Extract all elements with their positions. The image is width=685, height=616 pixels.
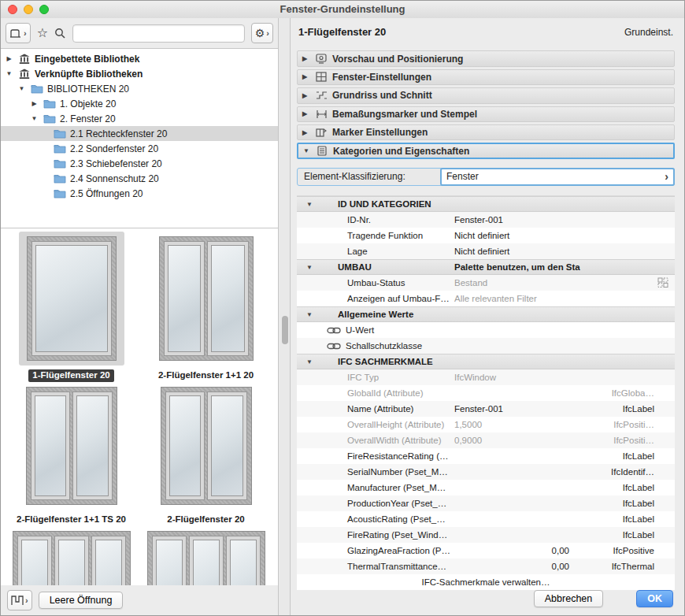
property-value[interactable]: 0,9000 [454, 436, 580, 445]
tree-item-objekte-20[interactable]: ▶ 1. Objekte 20 [1, 96, 278, 111]
tree-item-sonderfenster-20[interactable]: 2.2 Sonderfenster 20 [1, 141, 278, 156]
tree-item-verknuepfte-bibliotheken[interactable]: ▼ Verknüpfte Bibliotheken [1, 66, 278, 81]
property-value[interactable]: 0,00 [454, 562, 580, 571]
object-type-button[interactable]: › [6, 23, 31, 43]
property-group-label: ID UND KATEGORIEN [338, 199, 454, 209]
property-row-name-attribute: Name (Attribute) Fenster-001 IfcLabel [297, 401, 675, 417]
empty-opening-button[interactable]: Leere Öffnung [39, 592, 124, 609]
property-group-ifc-sachmerkmale[interactable]: ▼ IFC SACHMERKMALE [297, 354, 675, 369]
traffic-lights [8, 5, 49, 14]
property-row-overallheight: OverallHeight (Attribute) 1,5000 IfcPosi… [297, 417, 675, 432]
property-type: IfcIdentif… [580, 467, 675, 477]
section-marker-einstellungen[interactable]: ▶ Marker Einstellungen [297, 124, 675, 140]
property-group-umbau[interactable]: ▼ UMBAU Palette benutzen, um den Standar… [297, 259, 675, 275]
property-value[interactable]: Alle relevanten Filter [454, 294, 580, 303]
tree-item-label: 2.2 Sonderfenster 20 [70, 143, 158, 154]
property-label: ID-Nr. [297, 215, 454, 225]
search-icon[interactable] [54, 28, 66, 39]
section-bemassungsmarker-stempel[interactable]: ▶ Bemaßungsmarker und Stempel [297, 106, 675, 122]
property-type: IfcLabel [580, 499, 675, 508]
library-toolbar: › ☆ ⚙ › [1, 18, 278, 48]
library-item-2-fluegelfenster-20[interactable]: 2-Flügelfenster 20 [139, 382, 273, 526]
property-value[interactable]: Bestand [454, 278, 580, 288]
cancel-button[interactable]: Abbrechen [534, 590, 603, 607]
group-expander-icon[interactable]: ▼ [297, 264, 338, 271]
folder-icon [53, 188, 67, 199]
library-panel: › ☆ ⚙ › ▶ Eingebettete Bibliothek [1, 18, 278, 615]
preview-positioning-icon [315, 54, 328, 65]
tree-item-eingebettete-bibliothek[interactable]: ▶ Eingebettete Bibliothek [1, 51, 278, 66]
property-group-allgemeine-werte[interactable]: ▼ Allgemeine Werte [297, 306, 675, 322]
property-label: GlazingAreaFraction (P… [297, 546, 454, 555]
window-preview-single [27, 236, 117, 361]
property-value[interactable]: 0,00 [454, 546, 580, 555]
property-row-ifc-typ: IFC Typ IfcWindow [297, 369, 675, 385]
window-preview-wide [13, 531, 131, 585]
disclosure-triangle-icon[interactable]: ▼ [17, 85, 27, 92]
property-row-lage: Lage Nicht definiert [297, 243, 675, 259]
settings-button[interactable]: ⚙ › [251, 23, 273, 43]
section-kategorien-eigenschaften[interactable]: ▼ Kategorien und Eigenschaften [297, 143, 675, 158]
property-row-tragende-funktion: Tragende Funktion Nicht definiert [297, 228, 675, 243]
group-expander-icon[interactable]: ▼ [297, 311, 338, 318]
tree-item-schiebefenster-20[interactable]: 2.3 Schiebefenster 20 [1, 156, 278, 171]
element-classification-row: Element-Klassifizierung: Fenster › [297, 168, 675, 186]
zoom-button[interactable] [39, 5, 49, 14]
property-type: IfcLabel [580, 483, 675, 492]
section-vorschau-positionierung[interactable]: ▶ Vorschau und Positionierung [297, 50, 675, 66]
property-table: ▼ ID UND KATEGORIEN ID-Nr. Fenster-001 T… [297, 195, 675, 590]
favorites-star-icon[interactable]: ☆ [37, 27, 48, 39]
close-button[interactable] [8, 5, 17, 14]
manage-ifc-properties-link[interactable]: IFC-Sachmerkmale verwalten… [297, 574, 675, 590]
disclosure-triangle-icon[interactable]: ▼ [29, 115, 39, 122]
property-value[interactable]: Nicht definiert [454, 247, 580, 256]
property-row-serialnumber: SerialNumber (Pset_M… IfcIdentif… [297, 464, 675, 480]
disclosure-triangle-icon: ▶ [302, 73, 310, 80]
property-group-id-kategorien[interactable]: ▼ ID UND KATEGORIEN [297, 196, 675, 212]
property-value[interactable]: Fenster-001 [454, 404, 580, 414]
renovation-filter-icon[interactable] [657, 277, 668, 288]
library-item-1-fluegelfenster-20[interactable]: 1-Flügelfenster 20 [4, 232, 139, 382]
library-item-label: 2-Flügelfenster 1+1 20 [154, 369, 257, 382]
tree-item-oeffnungen-20[interactable]: 2.5 Öffnungen 20 [1, 186, 278, 201]
property-value[interactable]: IfcWindow [454, 373, 580, 382]
ok-button[interactable]: OK [636, 590, 673, 607]
scrollbar-thumb[interactable] [282, 316, 288, 344]
group-expander-icon[interactable]: ▼ [297, 201, 338, 208]
tree-item-bibliotheken-20[interactable]: ▼ BIBLIOTHEKEN 20 [1, 81, 278, 96]
tree-item-rechteckfenster-20[interactable]: 2.1 Rechteckfenster 20 [1, 126, 278, 141]
disclosure-triangle-icon[interactable]: ▶ [29, 100, 39, 107]
dialog-footer: Abbrechen OK [297, 590, 675, 607]
property-row-manufacturer: Manufacturer (Pset_M… IfcLabel [297, 480, 675, 495]
minimize-button[interactable] [24, 5, 33, 14]
section-grundriss-schnitt[interactable]: ▶ Grundriss und Schnitt [297, 87, 675, 103]
disclosure-triangle-icon: ▼ [303, 147, 311, 154]
tree-item-label: 2.4 Sonnenschutz 20 [70, 173, 159, 184]
tree-item-label: 2. Fenster 20 [60, 113, 116, 124]
disclosure-triangle-icon: ▶ [302, 129, 310, 136]
opening-type-button[interactable]: › [7, 590, 32, 610]
library-footer: › Leere Öffnung [1, 585, 278, 615]
property-value[interactable]: Nicht definiert [454, 231, 580, 240]
disclosure-triangle-icon[interactable]: ▼ [4, 70, 14, 77]
property-label: Manufacturer (Pset_M… [297, 483, 454, 492]
library-item-2-fluegelfenster-1plus1-ts-20[interactable]: 2-Flügelfenster 1+1 TS 20 [4, 382, 139, 526]
library-item-partial-1[interactable] [4, 526, 139, 585]
defaults-mode-label: Grundeinst. [624, 27, 673, 38]
tree-item-fenster-20[interactable]: ▼ 2. Fenster 20 [1, 111, 278, 126]
group-expander-icon[interactable]: ▼ [297, 358, 338, 366]
property-group-label: Allgemeine Werte [338, 310, 454, 319]
search-input[interactable] [72, 24, 245, 43]
library-item-partial-2[interactable] [139, 526, 273, 585]
tree-item-sonnenschutz-20[interactable]: 2.4 Sonnenschutz 20 [1, 171, 278, 186]
property-value[interactable]: 1,5000 [454, 420, 580, 429]
classification-dropdown[interactable]: Fenster › [440, 168, 675, 186]
section-fenster-einstellungen[interactable]: ▶ Fenster-Einstellungen [297, 69, 675, 85]
library-tree: ▶ Eingebettete Bibliothek ▼ Verknüpfte B… [1, 48, 278, 228]
library-item-2-fluegelfenster-1plus1-20[interactable]: 2-Flügelfenster 1+1 20 [139, 232, 273, 382]
disclosure-triangle-icon[interactable]: ▶ [4, 55, 14, 62]
section-label: Bemaßungsmarker und Stempel [332, 109, 477, 120]
link-chain-icon [327, 343, 341, 350]
property-value[interactable]: Fenster-001 [454, 215, 580, 225]
section-label: Marker Einstellungen [332, 127, 428, 138]
